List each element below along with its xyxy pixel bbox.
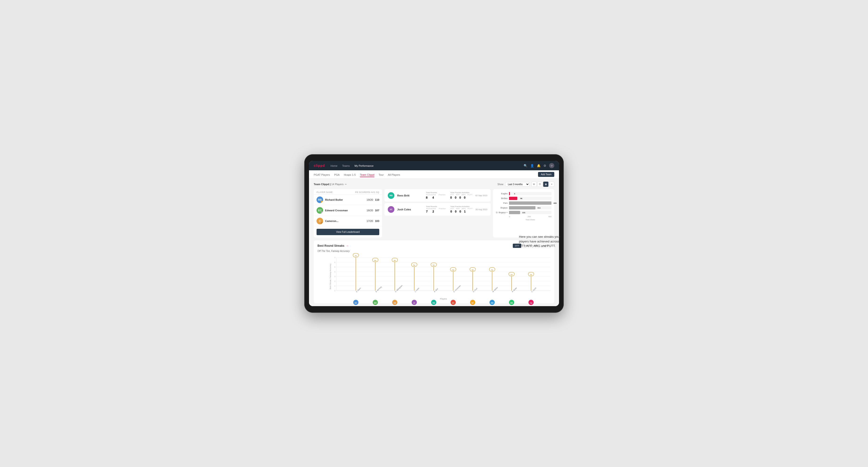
svg-text:M. Maher: M. Maher — [492, 286, 498, 292]
svg-text:DF: DF — [471, 302, 474, 304]
chart-bar-row: Bogeys311 — [496, 206, 552, 210]
svg-text:7x: 7x — [355, 255, 357, 257]
streaks-chart-svg: 765432107xE. EbertEE6xB. McHargBM6xD. Bi… — [336, 255, 551, 298]
streaks-x-label: Players — [317, 298, 551, 300]
subnav-team-clippd[interactable]: Team Clippd — [360, 173, 374, 177]
tablet-frame: clippd Home Teams My Performance 🔍 👤 🔔 ⚙… — [304, 154, 564, 313]
svg-text:7: 7 — [335, 257, 336, 259]
time-filter-select[interactable]: Last 3 months Last 6 months Last 12 mont… — [505, 182, 530, 187]
navbar: clippd Home Teams My Performance 🔍 👤 🔔 ⚙… — [309, 161, 559, 170]
bell-icon[interactable]: 🔔 — [537, 164, 540, 167]
svg-text:R. Britt: R. Britt — [434, 288, 438, 293]
lb-avatar-1: RB 1 — [316, 196, 323, 203]
view-icons: ⊞ ☰ ▦ ≡ — [531, 182, 554, 187]
josh-avatar: JC — [388, 206, 394, 213]
svg-text:4: 4 — [335, 271, 336, 273]
svg-text:6: 6 — [335, 261, 336, 263]
svg-text:6x: 6x — [374, 259, 376, 261]
nav-links: Home Teams My Performance — [331, 163, 373, 168]
chart-bar-row: D. Bogeys +131 — [496, 211, 552, 214]
svg-text:MM: MM — [491, 302, 494, 304]
nav-actions: 🔍 👤 🔔 ⚙ U — [524, 163, 554, 168]
nav-home[interactable]: Home — [331, 163, 337, 168]
subnav-hcaps[interactable]: Hcaps 1-5 — [344, 173, 356, 177]
streaks-subtitle: Off The Tee, Fairway Accuracy — [317, 250, 551, 252]
view-leaderboard-button[interactable]: View Full Leaderboard — [316, 229, 379, 235]
svg-text:3: 3 — [335, 276, 336, 278]
svg-text:4x: 4x — [471, 269, 474, 271]
leaderboard-panel: PLAYER NAME PB SCORE PB AVG SQ RB 1 Rich… — [314, 189, 382, 238]
subnav-pga[interactable]: PGA — [334, 173, 340, 177]
streaks-arrow-indicator: ← — [346, 244, 349, 247]
player-card-rees: RB Rees Britt Total Rounds TournamentPra… — [384, 189, 491, 201]
subnav-all-players[interactable]: All Players — [388, 173, 400, 177]
edit-icon[interactable]: ✏ — [345, 183, 347, 186]
svg-text:6x: 6x — [394, 259, 396, 261]
chart-x-labels: 0 200 400 — [496, 216, 552, 218]
rees-avatar: RB — [388, 192, 394, 199]
list-view-btn[interactable]: ☰ — [537, 182, 542, 187]
svg-text:JC: JC — [413, 302, 415, 304]
streaks-header: Best Round Streaks ← OTT APP ARG PUTT — [317, 244, 551, 248]
streaks-y-axis-label: Best Streak, Fairway Accuracy — [329, 264, 331, 289]
svg-text:5x: 5x — [433, 264, 435, 266]
bar-chart: Eagles3Birdies96Pars499Bogeys311D. Bogey… — [496, 192, 552, 214]
lb-row-2: EC 2 Edward Crossman 18/20 107 — [314, 205, 382, 216]
annotation-text: Here you can see streaks your players ha… — [519, 235, 566, 248]
player-card-josh: JC Josh Coles Total Rounds TournamentPra… — [384, 203, 491, 216]
lb-avatar-2: EC 2 — [316, 207, 323, 214]
settings-icon[interactable]: ⚙ — [544, 164, 546, 167]
lb-row-1: RB 1 Richard Butler 19/20 110 — [314, 195, 382, 205]
tablet-screen: clippd Home Teams My Performance 🔍 👤 🔔 ⚙… — [309, 161, 559, 306]
chart-bar-row: Birdies96 — [496, 197, 552, 200]
two-panel: PLAYER NAME PB SCORE PB AVG SQ RB 1 Rich… — [314, 189, 554, 238]
svg-text:DB: DB — [394, 302, 396, 304]
svg-text:D. Ford: D. Ford — [473, 287, 478, 293]
svg-text:4x: 4x — [491, 269, 493, 271]
svg-text:RB: RB — [433, 302, 435, 304]
svg-text:1: 1 — [335, 285, 336, 287]
chart-x-title: Total Shots — [496, 219, 552, 221]
grid-view-btn[interactable]: ⊞ — [531, 182, 536, 187]
svg-text:5: 5 — [335, 266, 336, 268]
svg-text:CQ: CQ — [530, 302, 532, 304]
svg-text:BM: BM — [374, 302, 377, 304]
user-icon[interactable]: 👤 — [530, 164, 534, 167]
avatar[interactable]: U — [549, 163, 554, 168]
streaks-title: Best Round Streaks — [317, 244, 344, 247]
svg-text:J. Coles: J. Coles — [414, 287, 420, 293]
search-icon[interactable]: 🔍 — [524, 164, 527, 167]
subnav-pgat[interactable]: PGAT Players — [314, 173, 330, 177]
svg-text:3x: 3x — [510, 274, 513, 276]
rank-badge-2: 2 — [321, 211, 323, 214]
subnav-tour[interactable]: Tour — [379, 173, 383, 177]
table-view-btn[interactable]: ≡ — [549, 182, 554, 187]
streaks-chart-area: Best Streak, Fairway Accuracy 765432107x… — [317, 255, 551, 298]
svg-text:4x: 4x — [452, 269, 454, 271]
annotation-callout: Here you can see streaks your players ha… — [519, 235, 566, 248]
team-title: Team Clippd | 14 Players — [314, 183, 343, 186]
svg-text:2: 2 — [335, 280, 336, 282]
subnav: PGAT Players PGA Hcaps 1-5 Team Clippd T… — [309, 170, 559, 179]
app-logo: clippd — [314, 164, 325, 167]
lb-row-3: C 3 Cameron... 17/20 103 — [314, 216, 382, 226]
nav-teams[interactable]: Teams — [342, 163, 350, 168]
svg-text:RB: RB — [510, 302, 513, 304]
svg-text:C. Quick: C. Quick — [531, 287, 537, 293]
leaderboard-header: PLAYER NAME PB SCORE PB AVG SQ — [314, 189, 382, 195]
lb-avatar-3: C 3 — [316, 218, 323, 224]
streaks-section: Best Round Streaks ← OTT APP ARG PUTT Of… — [314, 240, 554, 303]
add-team-button[interactable]: Add Team — [538, 172, 554, 177]
svg-text:EE: EE — [355, 302, 357, 304]
rank-badge-1: 1 — [321, 201, 323, 203]
chart-panel: Eagles3Birdies96Pars499Bogeys311D. Bogey… — [493, 189, 554, 238]
svg-text:0: 0 — [335, 290, 336, 292]
svg-text:5x: 5x — [413, 264, 415, 266]
card-view-btn[interactable]: ▦ — [543, 182, 549, 187]
rank-badge-3: 3 — [321, 222, 323, 224]
svg-text:B. McHarg: B. McHarg — [375, 286, 382, 293]
nav-my-performance[interactable]: My Performance — [354, 163, 374, 168]
content-header: Team Clippd | 14 Players ✏ Show Last 3 m… — [314, 182, 554, 187]
svg-text:R. Butler: R. Butler — [512, 287, 518, 293]
show-filter: Show Last 3 months Last 6 months Last 12… — [497, 182, 554, 187]
